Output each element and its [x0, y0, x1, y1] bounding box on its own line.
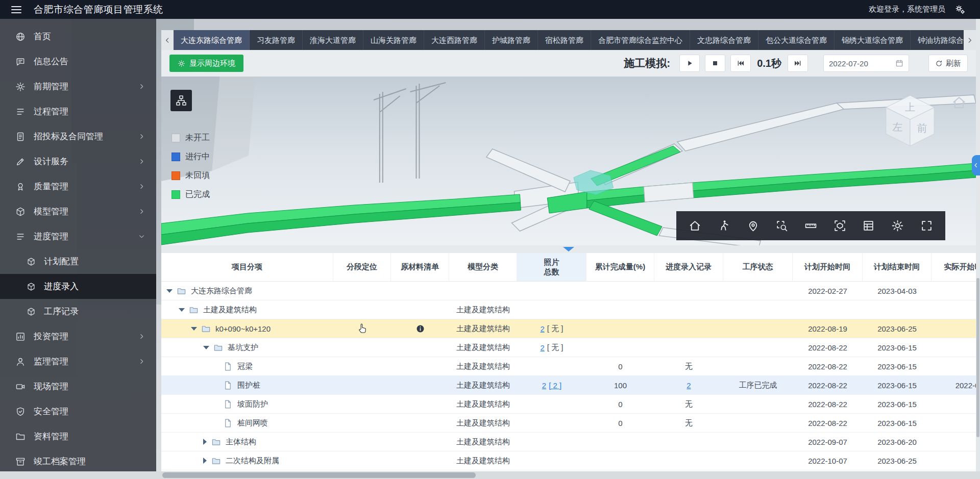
- show-environment-button[interactable]: 显示周边环境: [169, 55, 243, 72]
- table-row-3[interactable]: k0+090~k0+120土建及建筑结构2[ 无 ]2022-08-192023…: [161, 319, 976, 338]
- tree-cell: 主体结构: [161, 433, 333, 451]
- tabs-scroll-right-button[interactable]: [964, 30, 976, 50]
- tab-12[interactable]: 钟油坊路综合管廊: [911, 30, 964, 50]
- tabs-scroll-left-button[interactable]: [161, 30, 174, 50]
- photo-count-link[interactable]: 2: [542, 381, 546, 390]
- cumulative-pct-cell: [586, 338, 654, 357]
- horizontal-scrollbar[interactable]: [0, 471, 980, 479]
- chevron-right-icon: [966, 37, 973, 44]
- table-row-6[interactable]: 围护桩土建及建筑结构2[ 2 ]1002工序已完成2022-08-222023-…: [161, 376, 976, 395]
- sidebar-item-10[interactable]: 投资管理: [0, 324, 156, 349]
- refresh-button[interactable]: 刷新: [928, 55, 968, 72]
- table-row-4[interactable]: 基坑支护土建及建筑结构2[ 无 ]2022-08-222023-06-15: [161, 338, 976, 357]
- play-button[interactable]: [679, 55, 700, 72]
- menu-toggle-button[interactable]: [11, 4, 21, 15]
- fullscreen-icon: [920, 219, 933, 232]
- collapse-arrow-icon[interactable]: [191, 327, 197, 331]
- tab-6[interactable]: 护城路管廊: [485, 30, 538, 50]
- tab-2[interactable]: 习友路管廊: [250, 30, 303, 50]
- tab-10[interactable]: 包公大道综合管廊: [758, 30, 835, 50]
- sidebar-subitem-3[interactable]: 工序记录: [0, 299, 156, 324]
- pin-button[interactable]: [743, 216, 763, 236]
- tree-cell: 二次结构及附属: [161, 451, 333, 470]
- cumulative-pct-cell: [586, 433, 654, 451]
- vertical-scroll-thumb[interactable]: [976, 278, 979, 437]
- view-cube[interactable]: 上 左 前: [880, 92, 940, 152]
- segment-location-cell: [333, 282, 391, 300]
- tab-11[interactable]: 锦绣大道综合管廊: [835, 30, 911, 50]
- tab-9[interactable]: 文忠路综合管廊: [690, 30, 758, 50]
- tab-7[interactable]: 宿松路管廊: [538, 30, 591, 50]
- model-class-cell: 土建及建筑结构: [449, 395, 517, 413]
- model-class-cell: 土建及建筑结构: [449, 433, 517, 451]
- photo-count-link[interactable]: 2: [540, 324, 544, 333]
- sidebar-item-11[interactable]: 监理管理: [0, 349, 156, 374]
- col-plan-end: 计划结束时间: [863, 253, 932, 281]
- home-view-icon[interactable]: [951, 95, 967, 110]
- photo-bracket-text: [ 无 ]: [547, 343, 564, 352]
- sidebar-item-7[interactable]: 质量管理: [0, 174, 156, 199]
- tab-8[interactable]: 合肥市管廊综合监控中心: [591, 30, 690, 50]
- table-row-8[interactable]: 桩间网喷土建及建筑结构0无2022-08-222023-06-15: [161, 414, 976, 433]
- sidebar-subitem-2[interactable]: 进度录入: [0, 274, 156, 299]
- plan-start-cell: [793, 300, 863, 319]
- section-button[interactable]: [829, 216, 850, 236]
- home-button[interactable]: [685, 216, 705, 236]
- expand-arrow-icon[interactable]: [203, 439, 207, 445]
- process-status-cell: [723, 300, 793, 319]
- legend-label: 已完成: [185, 189, 210, 200]
- tab-3[interactable]: 淮海大道管廊: [303, 30, 363, 50]
- sidebar-subitem-1[interactable]: 计划配置: [0, 249, 156, 274]
- horizontal-scroll-thumb[interactable]: [162, 472, 476, 478]
- folder-tree-icon: [211, 456, 221, 466]
- record-link[interactable]: 2: [687, 381, 691, 390]
- tab-4[interactable]: 山海关路管廊: [363, 30, 424, 50]
- collapse-arrow-icon[interactable]: [179, 308, 185, 312]
- viewport-3d[interactable]: 未开工进行中未回填已完成 上 左 前: [161, 77, 976, 245]
- select-box-button[interactable]: [772, 216, 792, 236]
- table-row-7[interactable]: 坡面防护土建及建筑结构0无2022-08-222023-06-15: [161, 395, 976, 414]
- right-panel-toggle[interactable]: [972, 155, 980, 175]
- table-row-2[interactable]: 土建及建筑结构土建及建筑结构: [161, 300, 976, 319]
- sidebar-item-4[interactable]: 过程管理: [0, 99, 156, 124]
- photo-count-link[interactable]: 2: [540, 343, 544, 352]
- photo-bracket-text[interactable]: [ 2 ]: [549, 381, 561, 390]
- tab-1[interactable]: 大连东路综合管廊: [174, 30, 250, 50]
- table-row-5[interactable]: 冠梁土建及建筑结构0无2022-08-222023-06-15: [161, 357, 976, 376]
- sidebar-item-6[interactable]: 设计服务: [0, 149, 156, 174]
- collapse-arrow-icon[interactable]: [203, 346, 209, 349]
- sidebar-item-15[interactable]: 竣工档案管理: [0, 449, 156, 471]
- sidebar-item-3[interactable]: 前期管理: [0, 74, 156, 99]
- fullscreen-button[interactable]: [916, 216, 937, 236]
- table-row-9[interactable]: 主体结构土建及建筑结构2022-09-072023-06-20: [161, 433, 976, 451]
- clipboard-button[interactable]: [859, 216, 879, 236]
- sidebar-item-12[interactable]: 现场管理: [0, 374, 156, 399]
- sidebar-item-9[interactable]: 进度管理: [0, 224, 156, 249]
- tab-5[interactable]: 大连西路管廊: [424, 30, 485, 50]
- sidebar-item-1[interactable]: 首页: [0, 24, 156, 49]
- table-row-10[interactable]: 二次结构及附属土建及建筑结构2022-10-072023-06-25: [161, 451, 976, 470]
- collapse-arrow-icon[interactable]: [166, 289, 173, 293]
- table-row-1[interactable]: 大连东路综合管廊2022-02-272023-04-03: [161, 282, 976, 300]
- sidebar-item-2[interactable]: 信息公告: [0, 49, 156, 74]
- walk-button[interactable]: [714, 216, 734, 236]
- ruler-button[interactable]: [800, 216, 821, 236]
- sidebar-item-5[interactable]: 招投标及合同管理: [0, 124, 156, 149]
- sidebar-item-14[interactable]: 资料管理: [0, 424, 156, 449]
- speed-down-button[interactable]: [730, 55, 751, 72]
- date-picker[interactable]: 2022-07-20: [823, 55, 909, 72]
- col-segment-location: 分段定位: [333, 253, 391, 281]
- segment-location-cell: [333, 433, 391, 451]
- sidebar-item-8[interactable]: 模型管理: [0, 199, 156, 224]
- expand-arrow-icon[interactable]: [203, 458, 207, 464]
- sidebar-item-13[interactable]: 安全管理: [0, 399, 156, 424]
- chevron-down-icon: [138, 233, 145, 240]
- speed-up-button[interactable]: [788, 55, 808, 72]
- model-tree-button[interactable]: [170, 90, 192, 111]
- vertical-scrollbar[interactable]: [976, 19, 980, 471]
- settings-gears-icon[interactable]: [954, 4, 966, 15]
- materials-info-button[interactable]: [415, 324, 425, 334]
- gear-button[interactable]: [888, 216, 908, 236]
- collapse-table-handle[interactable]: [563, 247, 574, 251]
- stop-button[interactable]: [705, 55, 725, 72]
